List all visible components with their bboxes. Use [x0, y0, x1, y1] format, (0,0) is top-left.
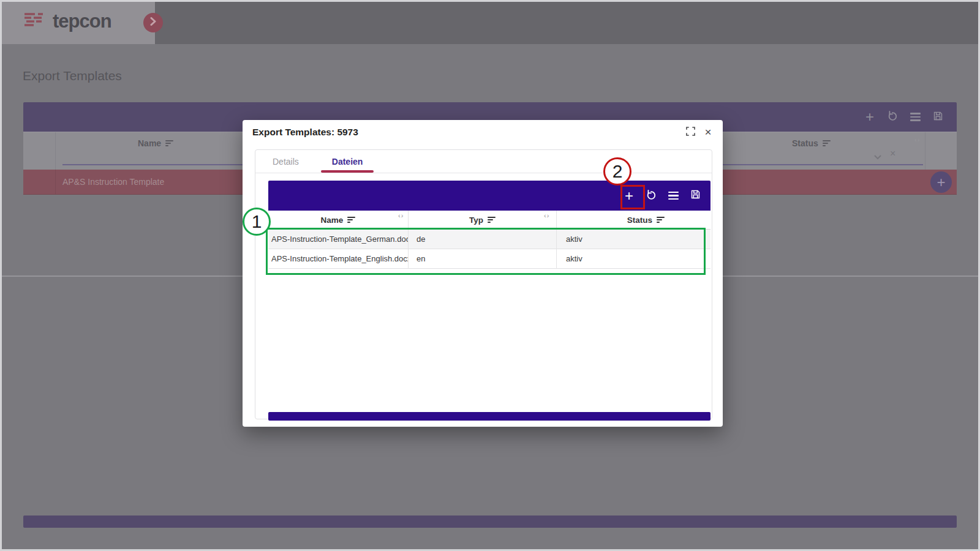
- close-icon: ×: [704, 127, 711, 138]
- save-icon: [690, 189, 701, 203]
- app-screen: tepcon Export Templates +: [0, 0, 980, 551]
- refresh-icon: [886, 110, 899, 124]
- chevron-down-icon[interactable]: [873, 151, 882, 162]
- tab-details[interactable]: Details: [262, 150, 310, 173]
- files-typ-column-header[interactable]: Typ: [408, 211, 556, 229]
- sort-icon: [488, 217, 496, 223]
- sort-icon: [165, 140, 173, 146]
- sort-icon: [657, 217, 665, 223]
- row-add-button[interactable]: +: [930, 171, 952, 193]
- menu-icon: [668, 192, 679, 200]
- save-files-button[interactable]: [688, 189, 702, 203]
- column-separator: [925, 132, 925, 170]
- chevron-right-icon: [149, 17, 157, 28]
- page-title: Export Templates: [23, 69, 122, 83]
- horizontal-scrollbar[interactable]: [23, 515, 957, 528]
- app-header: tepcon: [0, 0, 980, 44]
- template-name-cell: AP&S Instruction Template: [62, 170, 164, 194]
- cell-separator: [55, 170, 56, 194]
- name-column-header[interactable]: Name: [138, 138, 173, 148]
- status-column-header[interactable]: Status: [792, 138, 831, 148]
- menu-button[interactable]: [908, 110, 922, 124]
- annotation-step-1-badge: 1: [243, 208, 271, 236]
- plus-icon: +: [937, 174, 945, 191]
- logo-text: tepcon: [53, 10, 111, 32]
- column-resize-icon[interactable]: ‹›: [914, 136, 920, 143]
- refresh-icon: [645, 189, 657, 203]
- sort-icon: [347, 217, 355, 223]
- column-label: Status: [627, 216, 652, 225]
- annotation-highlight-rect-add-button: [620, 185, 645, 209]
- tab-bar: Details Dateien: [255, 150, 712, 173]
- tepcon-logo-icon: [23, 11, 49, 32]
- files-horizontal-scrollbar[interactable]: [268, 412, 710, 421]
- annotation-highlight-rect-rows: [266, 228, 706, 275]
- tab-label: Dateien: [332, 157, 363, 167]
- column-label: Status: [792, 138, 818, 148]
- sort-icon: [823, 140, 831, 146]
- expand-dialog-button[interactable]: [685, 127, 696, 138]
- column-label: Typ: [469, 216, 483, 225]
- refresh-files-button[interactable]: [644, 189, 658, 203]
- column-separator: [55, 132, 56, 170]
- active-tab-underline: [321, 170, 374, 173]
- menu-icon: [910, 113, 921, 121]
- column-label: Name: [138, 138, 161, 148]
- tab-dateien[interactable]: Dateien: [321, 150, 374, 173]
- save-button[interactable]: [931, 110, 944, 124]
- sidebar-toggle-button[interactable]: [143, 13, 163, 32]
- files-table-header-row: Name Typ Status ‹› ‹›: [268, 211, 710, 230]
- clear-filter-icon[interactable]: ×: [890, 148, 895, 159]
- dialog-title: Export Templates: 5973: [252, 127, 358, 138]
- column-resize-icon[interactable]: ‹›: [398, 212, 404, 219]
- files-status-column-header[interactable]: Status: [556, 211, 710, 229]
- column-label: Name: [321, 216, 344, 225]
- column-resize-icon[interactable]: ‹›: [544, 212, 549, 219]
- close-dialog-button[interactable]: ×: [703, 127, 714, 138]
- logo: tepcon: [23, 10, 111, 32]
- annotation-step-2-badge: 2: [603, 157, 631, 186]
- files-name-column-header[interactable]: Name: [268, 211, 408, 229]
- refresh-button[interactable]: [886, 110, 899, 124]
- add-template-button[interactable]: +: [863, 110, 876, 124]
- save-icon: [932, 110, 944, 124]
- files-menu-button[interactable]: [666, 189, 680, 203]
- plus-icon: +: [865, 111, 874, 123]
- expand-icon: [686, 127, 695, 138]
